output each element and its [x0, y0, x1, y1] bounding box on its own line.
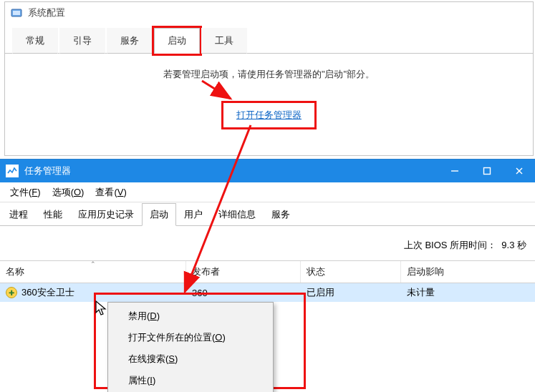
row-impact: 未计量: [401, 286, 535, 299]
taskmgr-window: 任务管理器 文件(F) 选项(O) 查看(V) 进程 性能 应用历史记录 启动 …: [0, 159, 535, 302]
maximize-button[interactable]: [471, 160, 503, 182]
taskmgr-icon: [6, 165, 19, 177]
tab-details[interactable]: 详细信息: [211, 203, 264, 226]
msconfig-icon: [11, 7, 22, 19]
tab-app-history[interactable]: 应用历史记录: [70, 203, 142, 226]
tab-processes[interactable]: 进程: [1, 203, 36, 226]
msconfig-title: 系统配置: [28, 6, 65, 19]
taskmgr-tabs: 进程 性能 应用历史记录 启动 用户 详细信息 服务: [0, 202, 535, 226]
ctx-disable[interactable]: 禁用(D): [108, 305, 273, 327]
tab-services[interactable]: 服务: [107, 28, 153, 54]
app-360-icon: ✚: [6, 287, 17, 298]
taskmgr-menubar: 文件(F) 选项(O) 查看(V): [0, 182, 535, 202]
col-impact[interactable]: 启动影响: [401, 261, 535, 283]
tab-tools[interactable]: 工具: [201, 28, 247, 54]
link-highlight-box: 打开任务管理器: [221, 101, 317, 129]
msconfig-body: 若要管理启动项，请使用任务管理器的"启动"部分。 打开任务管理器: [5, 53, 533, 129]
taskmgr-titlebar: 任务管理器: [0, 160, 535, 182]
menu-options[interactable]: 选项(O): [47, 183, 90, 202]
close-button[interactable]: [503, 160, 535, 182]
row-status: 已启用: [301, 286, 401, 299]
startup-instruction: 若要管理启动项，请使用任务管理器的"启动"部分。: [5, 68, 533, 81]
context-menu: 禁用(D) 打开文件所在的位置(O) 在线搜索(S) 属性(I): [107, 302, 274, 392]
startup-table: ⌃ 名称 发布者 状态 启动影响 ✚ 360安全卫士 360 已启用 未计量: [0, 260, 535, 302]
svg-rect-1: [13, 11, 20, 15]
table-row[interactable]: ✚ 360安全卫士 360 已启用 未计量: [0, 283, 535, 302]
bios-time: 上次 BIOS 所用时间： 9.3 秒: [0, 226, 535, 260]
menu-view[interactable]: 查看(V): [90, 183, 132, 202]
col-status[interactable]: 状态: [301, 261, 401, 283]
svg-rect-4: [483, 168, 490, 175]
ctx-open-location[interactable]: 打开文件所在的位置(O): [108, 327, 273, 348]
table-header: ⌃ 名称 发布者 状态 启动影响: [0, 261, 535, 283]
open-task-manager-link[interactable]: 打开任务管理器: [236, 109, 302, 120]
row-name: 360安全卫士: [21, 286, 74, 299]
sort-caret-icon: ⌃: [90, 260, 96, 268]
msconfig-titlebar: 系统配置: [5, 2, 533, 24]
tab-general[interactable]: 常规: [12, 28, 58, 54]
ctx-properties[interactable]: 属性(I): [108, 370, 273, 391]
tab-users[interactable]: 用户: [176, 203, 211, 226]
ctx-search-online[interactable]: 在线搜索(S): [108, 348, 273, 370]
mouse-cursor-icon: [95, 300, 109, 317]
msconfig-window: 系统配置 常规 引导 服务 启动 工具 若要管理启动项，请使用任务管理器的"启动…: [4, 1, 534, 156]
col-publisher[interactable]: 发布者: [186, 261, 301, 283]
tab-taskmgr-startup[interactable]: 启动: [142, 203, 176, 226]
taskmgr-title: 任务管理器: [24, 165, 71, 177]
msconfig-tabs: 常规 引导 服务 启动 工具: [5, 28, 533, 54]
menu-file[interactable]: 文件(F): [4, 183, 47, 202]
col-name[interactable]: ⌃ 名称: [0, 261, 186, 283]
tab-taskmgr-services[interactable]: 服务: [264, 203, 298, 226]
window-controls: [438, 160, 535, 182]
tab-performance[interactable]: 性能: [36, 203, 70, 226]
tab-boot[interactable]: 引导: [59, 28, 105, 54]
row-publisher: 360: [186, 288, 301, 298]
tab-startup[interactable]: 启动: [154, 28, 200, 54]
svg-rect-2: [7, 166, 17, 176]
minimize-button[interactable]: [438, 160, 471, 182]
